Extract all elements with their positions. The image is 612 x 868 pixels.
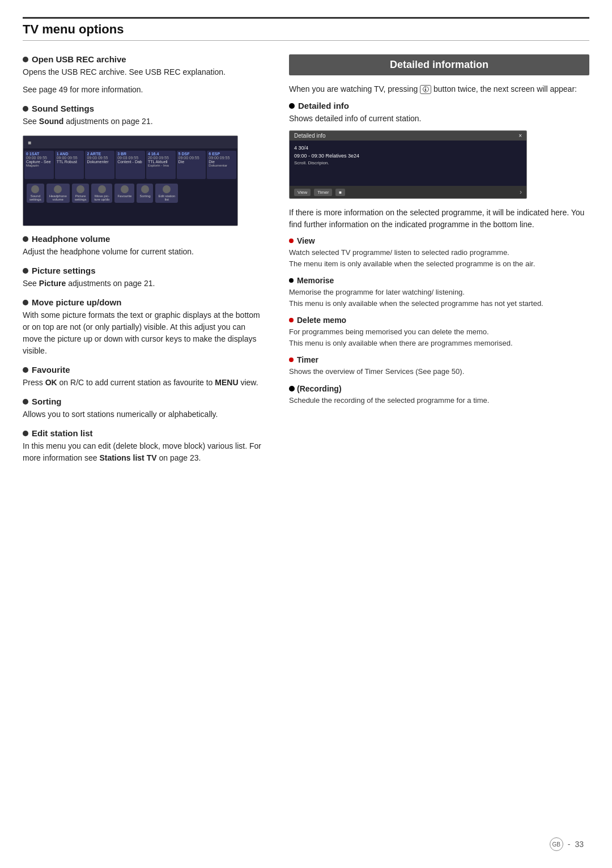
headphone-text: Adjust the headphone volume for current … xyxy=(23,246,266,258)
picture-settings-text: See Picture adjustments on page 21. xyxy=(23,278,266,290)
page-title: TV menu options xyxy=(23,22,589,37)
edit-station-section: Edit station list In this menu you can e… xyxy=(23,428,266,464)
dis-description: Scroll. Discripion. xyxy=(294,160,522,165)
main-content: Open USB REC archive Opens the USB REC a… xyxy=(23,54,589,472)
dis-channel-number: 4 30/4 xyxy=(294,144,522,152)
dis-icon-btn[interactable]: ■ xyxy=(335,189,345,196)
page-title-bar: TV menu options xyxy=(23,17,589,41)
tv-channel-3: 2 ARTE 09:03 09:55 Dokumenter xyxy=(85,151,114,179)
recording-text: Schedule the recording of the selected p… xyxy=(289,395,589,406)
right-column: Detailed information When you are watchi… xyxy=(289,54,589,472)
icon-headphone: Headphonevolume xyxy=(46,184,70,203)
delete-memo-section: Delete memo For programmes being memoris… xyxy=(289,316,589,348)
gb-badge: GB xyxy=(550,837,563,851)
icon-sound: Soundsettings xyxy=(27,184,44,203)
picture-settings-title: Picture settings xyxy=(23,266,266,275)
delete-memo-text1: For programmes being memorised you can d… xyxy=(289,326,589,338)
edit-station-text: In this menu you can edit (delete block,… xyxy=(23,440,266,464)
tv-menu-topbar: ■ xyxy=(23,136,237,148)
page-number: 33 xyxy=(575,840,584,849)
sorting-title: Sorting xyxy=(23,397,266,406)
dis-timer-btn[interactable]: Timer xyxy=(314,189,332,196)
open-usb-text1: Opens the USB REC archive. See USB REC e… xyxy=(23,66,266,78)
tv-channel-1: 0 1SAT 09:00 09:55 Capture - See Magazin xyxy=(24,151,54,179)
move-picture-text: With some picture formats the text or gr… xyxy=(23,309,266,357)
memorise-text1: Memorise the programme for later watchin… xyxy=(289,287,589,298)
tv-channel-2: 1 AND 09:00 09:55 TTL Robust xyxy=(55,151,84,179)
sound-settings-section: Sound Settings See Sound adjustments on … xyxy=(23,104,266,127)
tv-channel-6: 5 DSF 09:00 09:55 Die xyxy=(177,151,206,179)
edit-station-title: Edit station list xyxy=(23,428,266,438)
move-picture-title: Move picture up/down xyxy=(23,297,266,307)
tv-channel-5: 4 16.4 20:00 09:55 TTL Aktuell Explorin … xyxy=(146,151,176,179)
detailed-info-title: Detailed info xyxy=(289,101,589,110)
page-number-area: GB - 33 xyxy=(550,837,584,851)
sorting-section: Sorting Allows you to sort stations nume… xyxy=(23,397,266,420)
move-picture-section: Move picture up/down With some picture f… xyxy=(23,297,266,357)
dis-title-label: Detailed info xyxy=(294,133,326,139)
open-usb-section: Open USB REC archive Opens the USB REC a… xyxy=(23,54,266,96)
memorise-section: Memorise Memorise the programme for late… xyxy=(289,276,589,309)
view-section: View Watch selected TV programme/ listen… xyxy=(289,236,589,269)
recording-title: (Recording) xyxy=(289,384,589,393)
more-info-text: If there is more information on the sele… xyxy=(289,207,589,231)
timer-section: Timer Shows the overview of Timer Servic… xyxy=(289,355,589,377)
memorise-title: Memorise xyxy=(289,276,589,285)
dis-close-icon: × xyxy=(518,133,522,139)
detailed-info-section: Detailed info Shows detailed info of cur… xyxy=(289,101,589,199)
delete-memo-text2: This menu is only available when there a… xyxy=(289,338,589,349)
view-text2: The menu item is only available when the… xyxy=(289,258,589,270)
headphone-title: Headphone volume xyxy=(23,234,266,244)
open-usb-title: Open USB REC archive xyxy=(23,54,266,64)
dis-view-btn[interactable]: View xyxy=(294,189,311,196)
delete-memo-title: Delete memo xyxy=(289,316,589,325)
left-column: Open USB REC archive Opens the USB REC a… xyxy=(23,54,266,472)
icon-sorting: Sorting xyxy=(137,184,153,203)
timer-text: Shows the overview of Timer Services (Se… xyxy=(289,366,589,377)
icon-edit: Edit stationlist xyxy=(155,184,178,203)
view-text1: Watch selected TV programme/ listen to s… xyxy=(289,247,589,258)
icon-picture: Picturesettings xyxy=(72,184,90,203)
tv-channel-4: 3 BR 09:03 09:55 Content - Dab xyxy=(116,151,145,179)
right-intro-text: When you are watching TV, pressing 🛈 but… xyxy=(289,83,589,95)
sorting-text: Allows you to sort stations numerically … xyxy=(23,409,266,420)
memorise-text2: This menu is only available when the sel… xyxy=(289,298,589,309)
view-title: View xyxy=(289,236,589,245)
dis-arrow-icon: › xyxy=(520,188,522,196)
favourite-text: Press OK on R/C to add current station a… xyxy=(23,377,266,389)
timer-title: Timer xyxy=(289,355,589,364)
page-number-dash: - xyxy=(568,840,571,849)
detailed-info-screen: Detailed info × 4 30/4 09:00 - 09:30 Rel… xyxy=(289,130,527,199)
sound-settings-title: Sound Settings xyxy=(23,104,266,113)
tv-bottom-icons: Soundsettings Headphonevolume Pictureset… xyxy=(23,181,237,205)
tv-channel-7: 6 ESP 09:00 09:55 Die Dokumentar xyxy=(207,151,236,179)
favourite-section: Favourite Press OK on R/C to add current… xyxy=(23,365,266,389)
icon-move: Move pic-ture up/do xyxy=(91,184,112,203)
dis-content: 4 30/4 09:00 - 09:30 Relatives 3e24 Scro… xyxy=(290,141,526,186)
sound-settings-text: See Sound adjustments on page 21. xyxy=(23,116,266,127)
dis-bottom-bar: View Timer ■ › xyxy=(290,186,526,198)
tv-menu-screenshot: ■ 0 1SAT 09:00 09:55 Capture - See Magaz… xyxy=(23,135,238,226)
picture-settings-section: Picture settings See Picture adjustments… xyxy=(23,266,266,290)
dis-titlebar: Detailed info × xyxy=(290,131,526,141)
open-usb-text2: See page 49 for more information. xyxy=(23,84,266,96)
recording-section: (Recording) Schedule the recording of th… xyxy=(289,384,589,406)
detailed-info-text: Shows detailed info of current station. xyxy=(289,113,589,125)
detailed-information-header: Detailed information xyxy=(289,54,589,75)
tv-channel-grid: 0 1SAT 09:00 09:55 Capture - See Magazin… xyxy=(23,148,237,181)
dis-time-info: 09:00 - 09:30 Relatives 3e24 xyxy=(294,152,522,160)
favourite-title: Favourite xyxy=(23,365,266,375)
headphone-section: Headphone volume Adjust the headphone vo… xyxy=(23,234,266,258)
icon-favourite: Favourite xyxy=(114,184,134,203)
